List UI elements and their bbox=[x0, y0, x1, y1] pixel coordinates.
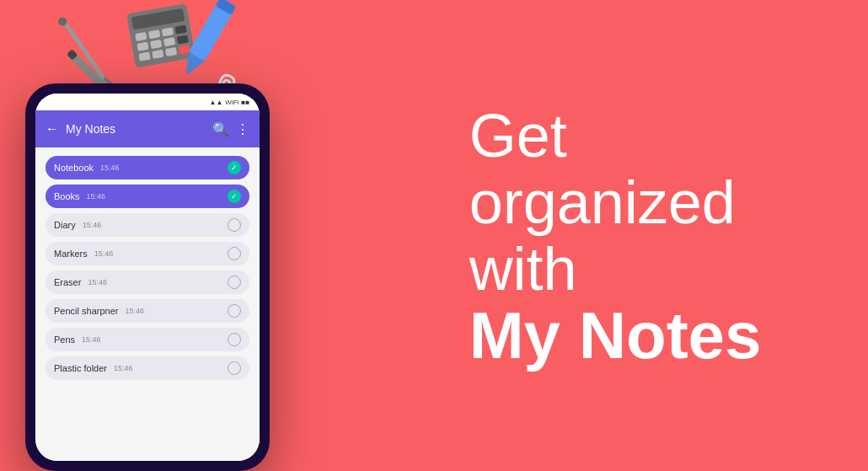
note-label: Markers bbox=[54, 249, 88, 259]
note-label: Pencil sharpner bbox=[54, 306, 118, 316]
svg-point-17 bbox=[56, 16, 68, 28]
left-section: ▲▲ WiFi ■■ ← My Notes 🔍 ⋮ Notebook15:4 bbox=[0, 0, 362, 471]
note-checkbox[interactable] bbox=[228, 333, 241, 346]
svg-rect-20 bbox=[215, 0, 236, 15]
hero-text: Get organized with My Notes bbox=[469, 103, 762, 369]
note-time: 15:46 bbox=[94, 249, 114, 258]
note-checkbox[interactable] bbox=[228, 361, 241, 375]
note-checkbox[interactable] bbox=[228, 276, 241, 289]
phone-mockup: ▲▲ WiFi ■■ ← My Notes 🔍 ⋮ Notebook15:4 bbox=[25, 83, 270, 471]
note-item[interactable]: Diary15:46 bbox=[46, 213, 249, 237]
note-time: 15:46 bbox=[83, 221, 102, 229]
hero-line3: with bbox=[469, 236, 762, 302]
svg-rect-8 bbox=[163, 37, 175, 46]
note-label: Eraser bbox=[54, 277, 81, 287]
note-label: Pens bbox=[54, 335, 75, 345]
note-item[interactable]: Pencil sharpner15:46 bbox=[46, 299, 249, 323]
svg-rect-9 bbox=[177, 35, 189, 44]
note-item[interactable]: Plastic folder15:46 bbox=[46, 356, 249, 380]
note-checkbox[interactable] bbox=[228, 218, 241, 232]
note-item[interactable]: Eraser15:46 bbox=[46, 270, 249, 294]
status-bar: ▲▲ WiFi ■■ bbox=[35, 94, 260, 110]
app-bar-icons: 🔍 ⋮ bbox=[212, 121, 249, 137]
hero-line1: Get bbox=[469, 103, 762, 169]
note-label: Notebook bbox=[54, 163, 94, 173]
svg-rect-1 bbox=[131, 8, 185, 30]
back-button[interactable]: ← bbox=[46, 121, 59, 136]
note-checkbox[interactable]: ✓ bbox=[228, 190, 241, 203]
note-time: 15:46 bbox=[100, 163, 120, 172]
status-wifi: WiFi bbox=[225, 99, 238, 106]
main-container: ▲▲ WiFi ■■ ← My Notes 🔍 ⋮ Notebook15:4 bbox=[0, 0, 868, 471]
more-icon[interactable]: ⋮ bbox=[236, 121, 249, 137]
svg-rect-5 bbox=[174, 25, 186, 35]
svg-rect-14 bbox=[59, 16, 106, 81]
svg-rect-10 bbox=[138, 52, 150, 62]
svg-rect-7 bbox=[150, 40, 162, 49]
note-time: 15:46 bbox=[125, 307, 144, 315]
note-time: 15:46 bbox=[82, 335, 101, 344]
right-section: Get organized with My Notes bbox=[362, 69, 868, 403]
search-icon[interactable]: 🔍 bbox=[212, 121, 229, 137]
svg-rect-12 bbox=[165, 47, 177, 56]
note-checkbox[interactable]: ✓ bbox=[228, 161, 241, 174]
svg-rect-23 bbox=[67, 49, 78, 60]
note-label: Books bbox=[54, 191, 80, 201]
svg-rect-4 bbox=[162, 27, 174, 36]
svg-rect-3 bbox=[148, 29, 160, 39]
phone-screen: ▲▲ WiFi ■■ ← My Notes 🔍 ⋮ Notebook15:4 bbox=[35, 94, 260, 461]
svg-marker-19 bbox=[178, 52, 205, 80]
svg-rect-6 bbox=[137, 42, 148, 51]
note-time: 15:46 bbox=[88, 278, 107, 286]
note-item[interactable]: Pens15:46 bbox=[46, 328, 249, 351]
app-bar-title: My Notes bbox=[66, 122, 206, 136]
hero-line4: My Notes bbox=[469, 302, 762, 368]
svg-rect-18 bbox=[189, 0, 237, 62]
note-checkbox[interactable] bbox=[228, 304, 241, 318]
app-bar: ← My Notes 🔍 ⋮ bbox=[35, 110, 260, 147]
note-item[interactable]: Books15:46✓ bbox=[46, 185, 249, 208]
note-time: 15:46 bbox=[87, 192, 106, 201]
svg-rect-0 bbox=[126, 3, 196, 68]
status-signal: ▲▲ bbox=[209, 99, 222, 106]
note-item[interactable]: Markers15:46 bbox=[46, 242, 249, 265]
note-label: Diary bbox=[54, 220, 76, 230]
note-item[interactable]: Notebook15:46✓ bbox=[46, 156, 249, 179]
svg-rect-13 bbox=[179, 45, 190, 54]
notes-list: Notebook15:46✓Books15:46✓Diary15:46Marke… bbox=[35, 147, 260, 461]
note-label: Plastic folder bbox=[54, 363, 107, 373]
svg-rect-2 bbox=[135, 32, 147, 41]
note-checkbox[interactable] bbox=[228, 247, 241, 260]
hero-line2: organized bbox=[469, 169, 762, 236]
note-time: 15:46 bbox=[114, 364, 133, 372]
svg-rect-11 bbox=[152, 50, 163, 59]
status-battery: ■■ bbox=[241, 99, 249, 106]
